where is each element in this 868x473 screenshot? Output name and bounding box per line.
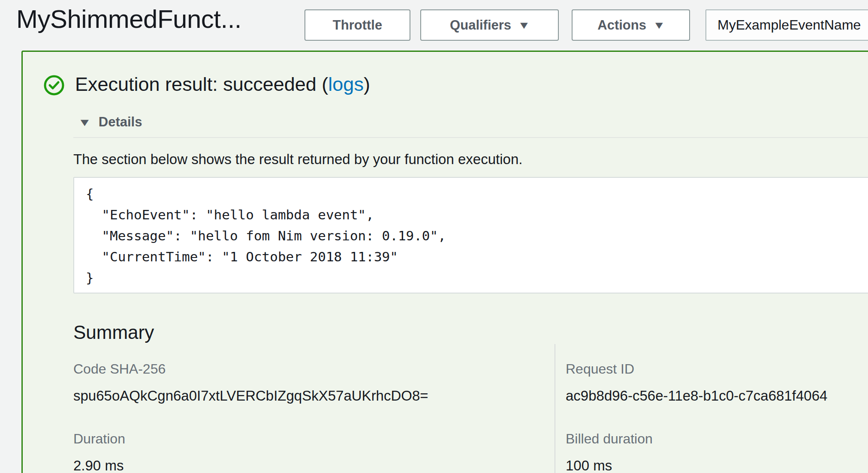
request-id-field: Request ID ac9b8d96-c56e-11e8-b1c0-c7ca6… [566,361,634,377]
details-toggle[interactable]: ▼ Details [79,114,142,130]
code-sha256-field: Code SHA-256 spu65oAQkCgn6a0I7xtLVERCbIZ… [73,361,166,377]
execution-result-output-box: { "EchoEvent": "hello lambda event", "Me… [73,177,868,293]
result-description: The section below shows the result retur… [73,151,522,168]
request-id-value: ac9b8d96-c56e-11e8-b1c0-c7ca681f4064 [566,388,827,404]
details-separator [73,137,868,138]
duration-field: Duration 2.90 ms [73,431,125,447]
logs-link[interactable]: logs [328,73,364,95]
request-id-label: Request ID [566,361,634,377]
test-event-select[interactable]: MyExampleEventName [705,9,868,41]
details-toggle-label: Details [99,114,142,130]
actions-button-label: Actions [597,18,646,33]
actions-dropdown-button[interactable]: Actions ▼ [572,9,690,41]
chevron-down-icon: ▼ [653,19,666,31]
success-check-icon [43,75,65,96]
execution-result-panel: Execution result: succeeded (logs) ▼ Det… [21,51,868,473]
test-event-select-value: MyExampleEventName [717,17,861,33]
execution-result-json: { "EchoEvent": "hello lambda event", "Me… [86,183,868,288]
function-name-title: MyShimmedFunct... [16,4,241,34]
code-sha256-value: spu65oAQkCgn6a0I7xtLVERCbIZgqSkX57aUKrhc… [73,388,428,404]
duration-label: Duration [73,431,125,447]
lambda-console-screen: MyShimmedFunct... Throttle Qualifiers ▼ … [0,0,868,473]
billed-duration-field: Billed duration 100 ms [566,431,653,447]
summary-column-divider [555,344,555,473]
summary-heading: Summary [73,322,154,343]
qualifiers-dropdown-button[interactable]: Qualifiers ▼ [420,9,559,41]
result-heading-suffix: ) [364,73,370,95]
billed-duration-label: Billed duration [566,431,653,447]
code-sha256-label: Code SHA-256 [73,361,166,377]
throttle-button-label: Throttle [333,18,382,33]
execution-result-heading: Execution result: succeeded (logs) [75,73,370,96]
triangle-down-icon: ▼ [78,116,91,129]
throttle-button[interactable]: Throttle [304,9,410,41]
qualifiers-button-label: Qualifiers [450,18,511,33]
duration-value: 2.90 ms [73,458,124,473]
billed-duration-value: 100 ms [566,458,612,473]
chevron-down-icon: ▼ [518,19,530,31]
result-heading-prefix: Execution result: succeeded ( [75,73,328,95]
